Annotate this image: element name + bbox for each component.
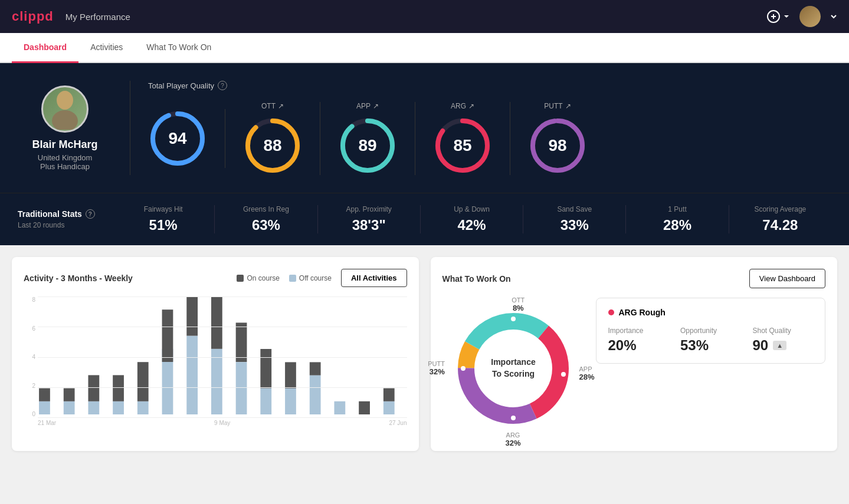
- nav-tabs: Dashboard Activities What To Work On: [0, 33, 849, 63]
- arg-opportunity-value: 53%: [680, 337, 741, 354]
- arg-card-title-text: ARG Rough: [619, 308, 666, 317]
- ott-label-text: OTT: [261, 102, 276, 110]
- player-name: Blair McHarg: [32, 139, 97, 151]
- stat-up-down: Up & Down 42%: [421, 205, 523, 233]
- tab-activities[interactable]: Activities: [78, 33, 135, 63]
- tab-dashboard[interactable]: Dashboard: [12, 33, 78, 63]
- avatar-image: [799, 6, 821, 27]
- legend-on-course-label: On course: [247, 274, 279, 282]
- donut-chart-area: Importance To Scoring OTT 8% APP 28%: [442, 298, 584, 439]
- putt-label: PUTT ↗: [544, 102, 571, 110]
- x-label-9-may: 9 May: [185, 420, 259, 426]
- hero-content: Blair McHarg United Kingdom Plus Handica…: [18, 81, 831, 175]
- traditional-stats-title: Traditional Stats ?: [18, 209, 112, 219]
- stats-items: Fairways Hit 51% Greens In Reg 63% App. …: [112, 205, 831, 233]
- arg-card-dot: [608, 309, 614, 315]
- stat-fairways-hit: Fairways Hit 51%: [112, 205, 215, 233]
- ott-segment-label: OTT 8%: [512, 297, 525, 312]
- shot-quality-badge: ▲: [773, 341, 786, 350]
- tpq-value: 94: [168, 129, 186, 148]
- trad-stats-subtitle: Last 20 rounds: [18, 221, 112, 229]
- avatar[interactable]: [799, 6, 821, 27]
- bar-group-1: [39, 388, 50, 414]
- putt-segment-label: PUTT 32%: [428, 360, 445, 376]
- circle-putt: PUTT ↗ 98: [510, 102, 605, 175]
- ott-label: OTT ↗: [261, 102, 284, 110]
- stats-bar: Traditional Stats ? Last 20 rounds Fairw…: [0, 193, 849, 245]
- circle-ott: OTT ↗ 88: [225, 102, 320, 175]
- bar-group-2: [64, 388, 75, 414]
- y-label-8: 8: [24, 297, 38, 303]
- header-right: [766, 6, 837, 27]
- arg-opportunity-value-text: 53%: [680, 337, 709, 354]
- arg-shot-quality-label: Shot Quality: [753, 327, 814, 335]
- activity-header-right: On course Off course All Activities: [237, 269, 407, 287]
- bar-group-5: [137, 362, 149, 414]
- header-title: My Performance: [65, 12, 130, 22]
- stat-scoring-value: 74.28: [741, 217, 820, 233]
- tab-what-to-work-on[interactable]: What To Work On: [135, 33, 223, 63]
- chart-bars-wrapper: [38, 297, 407, 417]
- legend-on-course-dot: [237, 275, 244, 282]
- svg-point-4: [52, 110, 78, 130]
- svg-rect-24: [137, 362, 149, 401]
- svg-rect-41: [383, 401, 395, 414]
- bar-group-8: [211, 297, 222, 414]
- app-label: APP ↗: [356, 102, 379, 110]
- chart-area: 0 2 4 6 8: [24, 297, 407, 426]
- svg-rect-37: [310, 375, 321, 414]
- stat-sand-save: Sand Save 33%: [523, 205, 626, 233]
- circle-arg: ARG ↗ 85: [415, 102, 510, 175]
- svg-rect-33: [260, 388, 271, 414]
- y-axis: 0 2 4 6 8: [24, 297, 38, 417]
- ott-seg-name: OTT: [512, 297, 525, 304]
- arg-shot-quality-value-text: 90: [753, 337, 769, 354]
- activity-title-text: Activity - 3 Months - Weekly: [24, 274, 133, 283]
- bar-group-3: [88, 375, 99, 414]
- svg-rect-38: [310, 362, 321, 375]
- add-button[interactable]: [766, 9, 790, 24]
- svg-rect-31: [236, 362, 247, 414]
- app-value: 89: [358, 136, 376, 155]
- y-label-0: 0: [24, 411, 38, 417]
- app-seg-name: APP: [579, 365, 594, 373]
- stat-greens-label: Greens In Reg: [227, 205, 305, 213]
- stat-group-label: Traditional Stats ? Last 20 rounds: [18, 209, 112, 229]
- quality-header: Total Player Quality ?: [148, 81, 831, 90]
- stat-up-down-value: 42%: [432, 217, 511, 233]
- putt-arrow: ↗: [565, 102, 571, 110]
- divider-vertical: [130, 81, 130, 175]
- stat-app-prox-value: 38'3": [330, 217, 408, 233]
- arg-importance-value-text: 20%: [608, 337, 637, 354]
- circle-putt-wrapper: 98: [528, 116, 587, 175]
- app-seg-value: 28%: [579, 373, 594, 381]
- app-arrow: ↗: [373, 102, 379, 110]
- svg-rect-21: [113, 401, 124, 414]
- quality-header-text: Total Player Quality: [148, 81, 214, 90]
- view-dashboard-button[interactable]: View Dashboard: [749, 269, 825, 288]
- arg-card: ARG Rough Importance 20% Opportunity: [596, 298, 826, 364]
- activity-panel: Activity - 3 Months - Weekly On course O…: [12, 257, 419, 451]
- chart-inner: 0 2 4 6 8: [24, 297, 407, 417]
- wtwo-title: What To Work On: [442, 274, 511, 284]
- trad-stats-info-icon[interactable]: ?: [86, 209, 95, 219]
- circle-ott-wrapper: 88: [243, 116, 302, 175]
- svg-rect-18: [64, 388, 75, 401]
- hero-section: Blair McHarg United Kingdom Plus Handica…: [0, 63, 849, 193]
- bar-group-13: [334, 401, 345, 414]
- what-to-work-on-panel: What To Work On View Dashboard: [431, 257, 838, 451]
- stat-greens-value: 63%: [227, 217, 305, 233]
- all-activities-button[interactable]: All Activities: [341, 269, 407, 287]
- arg-seg-name: ARG: [505, 431, 520, 439]
- putt-dot: [461, 366, 466, 371]
- circle-tpq-wrapper: 94: [148, 109, 207, 168]
- player-location: United Kingdom: [38, 153, 93, 162]
- putt-label-text: PUTT: [544, 102, 562, 110]
- svg-rect-19: [88, 401, 99, 414]
- ott-arrow: ↗: [278, 102, 284, 110]
- arg-opportunity-label: Opportunity: [680, 327, 741, 335]
- quality-info-icon[interactable]: ?: [218, 81, 227, 90]
- wtwo-panel-header: What To Work On View Dashboard: [442, 269, 826, 288]
- bar-group-7: [186, 297, 198, 414]
- ott-dot: [511, 317, 516, 321]
